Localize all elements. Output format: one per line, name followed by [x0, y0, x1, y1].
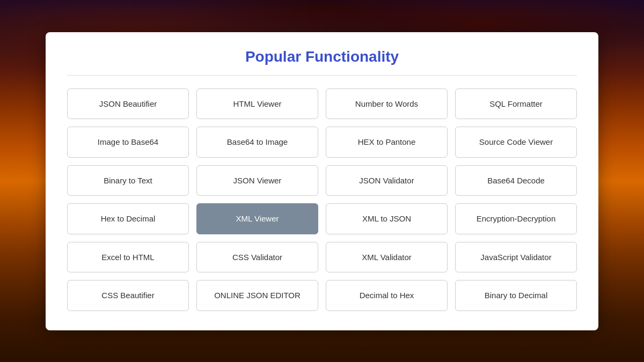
grid-item-base64-decode[interactable]: Base64 Decode [455, 165, 577, 196]
grid-item-xml-to-json[interactable]: XML to JSON [326, 203, 448, 234]
grid-item-hex-to-pantone[interactable]: HEX to Pantone [326, 127, 448, 158]
grid-item-javascript-validator[interactable]: JavaScript Validator [455, 242, 577, 273]
functionality-grid: JSON BeautifierHTML ViewerNumber to Word… [67, 88, 577, 311]
grid-item-decimal-to-hex[interactable]: Decimal to Hex [326, 280, 448, 311]
grid-item-source-code-viewer[interactable]: Source Code Viewer [455, 127, 577, 158]
grid-item-online-json-editor[interactable]: ONLINE JSON EDITOR [196, 280, 318, 311]
grid-item-json-beautifier[interactable]: JSON Beautifier [67, 88, 189, 120]
panel-title: Popular Functionality [67, 48, 577, 76]
grid-item-xml-viewer[interactable]: XML Viewer [196, 203, 318, 234]
grid-item-number-to-words[interactable]: Number to Words [326, 88, 448, 120]
grid-item-json-viewer[interactable]: JSON Viewer [196, 165, 318, 196]
grid-item-binary-to-decimal[interactable]: Binary to Decimal [455, 280, 577, 311]
grid-item-hex-to-decimal[interactable]: Hex to Decimal [67, 203, 189, 234]
grid-item-css-validator[interactable]: CSS Validator [196, 242, 318, 273]
grid-item-css-beautifier[interactable]: CSS Beautifier [67, 280, 189, 311]
grid-item-encryption-decryption[interactable]: Encryption-Decryption [455, 203, 577, 234]
grid-item-base64-to-image[interactable]: Base64 to Image [196, 127, 318, 158]
grid-item-sql-formatter[interactable]: SQL Formatter [455, 88, 577, 120]
grid-item-image-to-base64[interactable]: Image to Base64 [67, 127, 189, 158]
main-panel: Popular Functionality JSON BeautifierHTM… [46, 32, 598, 330]
grid-item-json-validator[interactable]: JSON Validator [326, 165, 448, 196]
grid-item-excel-to-html[interactable]: Excel to HTML [67, 242, 189, 273]
grid-item-xml-validator[interactable]: XML Validator [326, 242, 448, 273]
grid-item-html-viewer[interactable]: HTML Viewer [196, 88, 318, 120]
grid-item-binary-to-text[interactable]: Binary to Text [67, 165, 189, 196]
